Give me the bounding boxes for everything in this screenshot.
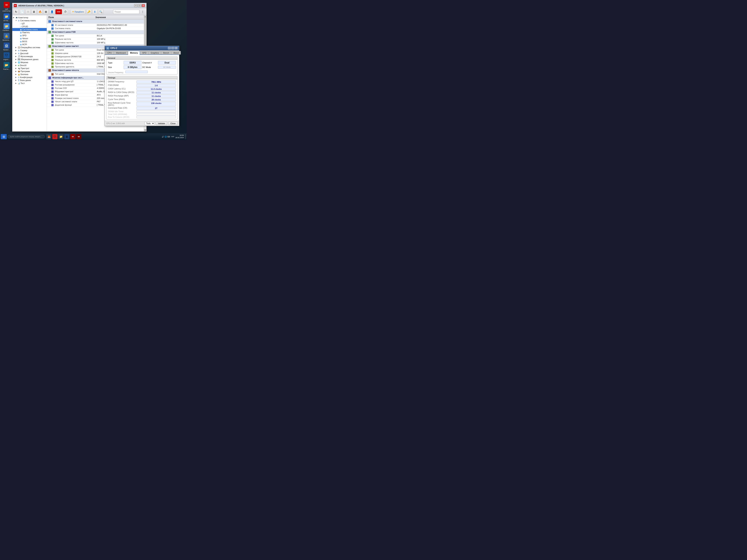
taskbar-app-antivirus[interactable]: 🛡 [52, 134, 57, 139]
tree-item-test[interactable]: ▶ 📊 Тест [12, 82, 47, 85]
section-icon-3 [48, 45, 51, 48]
tree-item-computer[interactable]: ▶ 💻 Комп'ютер [12, 16, 47, 19]
aida-maximize-btn[interactable]: □ [138, 4, 141, 7]
tree-item-network[interactable]: ▶ 🌐 Мережа [12, 61, 47, 64]
tab-graphics[interactable]: Graphics [149, 51, 161, 54]
toolbar-refresh-btn[interactable]: ↻ [14, 9, 19, 15]
taskbar-app-folder[interactable]: 📁 [58, 134, 63, 139]
taskbar-app-aida2[interactable]: 64 [76, 134, 81, 139]
tree-label-bios: BIOS [22, 40, 27, 43]
toolbar-search-btn[interactable]: 🔍 [98, 9, 103, 15]
search-input[interactable] [113, 10, 139, 14]
cpuz-tools-select[interactable]: Tools [145, 122, 155, 125]
directx-icon: ⊕ [18, 64, 19, 66]
desktop-icon-2[interactable]: 📁 IM-Ma... [1, 14, 12, 22]
tree-item-server[interactable]: ▶ 🖥 Сервер [12, 49, 47, 52]
start-button[interactable]: ⊞ [1, 134, 7, 139]
desktop-icon-7[interactable]: 📂 Patche... [1, 62, 12, 70]
aida-close-btn[interactable]: ✕ [141, 4, 145, 7]
aida-minimize-btn[interactable]: ─ [134, 4, 137, 7]
tree-item-directx[interactable]: ▶ ⊕ DirectX [12, 64, 47, 67]
tree-item-chipset[interactable]: ▦ Чіпсет [12, 37, 47, 40]
tab-cpu[interactable]: CPU [105, 51, 114, 54]
taskbar-app-aida[interactable]: 64 [70, 134, 75, 139]
tree-item-spd[interactable]: ▦ SPD [12, 34, 47, 37]
cpuz-titlebar: C CPU-Z ─ □ ✕ [105, 46, 179, 50]
toolbar-hex-btn[interactable]: ⬡ [25, 9, 31, 15]
cpuz-close-btn[interactable]: Close [168, 122, 178, 125]
desktop-icon-3[interactable]: 📁 Partition... [1, 23, 12, 31]
tree-item-os[interactable]: ▶ 🪟 Операційна система [12, 46, 47, 49]
tree-item-storage[interactable]: ▶ 💾 Збереження даних [12, 58, 47, 61]
tree-item-cpuid[interactable]: □ CPUID [12, 25, 47, 28]
tree-item-acpi[interactable]: ▦ ACPI [12, 43, 47, 46]
tab-memory[interactable]: Memory [128, 51, 140, 55]
taskbar-search-box[interactable]: Щоби знайти результат пошуку, введіть зд… [7, 135, 45, 138]
expand-icon-disp: ▶ [15, 52, 17, 54]
tree-item-multimedia[interactable]: ▶ 🎵 Мультимедіа [12, 55, 47, 58]
tree-label-network: Мережа [21, 61, 28, 63]
timing-label-6: Row Refresh Cycle Time (tRFC) [108, 102, 136, 106]
systemboard-icon: 🖥 [18, 20, 20, 22]
tree-item-bios[interactable]: ▦ BIOS [12, 40, 47, 43]
tree-item-config[interactable]: ▶ ⚙ Конфігурація [12, 76, 47, 79]
tree-label-config: Конфігурація [20, 76, 32, 78]
cpuz-timings-grid: DRAM Frequency 798.1 MHz FSB:DRAM 1:6 CA… [106, 79, 177, 119]
tree-item-database[interactable]: ▶ 🗄 База даних [12, 79, 47, 82]
scroll-up-btn[interactable]: ▲ [144, 15, 147, 18]
tree-label-server: Сервер [20, 49, 27, 52]
cpuz-maximize-btn[interactable]: □ [171, 47, 174, 50]
cpuz-general-title: General [106, 57, 177, 60]
desktop-icon-1[interactable]: 64 Цей комп'ютер [1, 2, 12, 12]
tree-item-devices[interactable]: ▶ 🔌 Пристрої [12, 67, 47, 70]
toolbar-key-btn[interactable]: 🔑 [86, 9, 92, 15]
row-field: Тип шини [51, 73, 97, 75]
row-icon [51, 27, 54, 30]
aida-tree: ▶ 💻 Комп'ютер ▼ 🖥 Системна плата □ ЦП □ [12, 15, 47, 131]
cpuz-win-controls: ─ □ ✕ [168, 47, 178, 50]
taskbar-locale: УКР [171, 136, 174, 138]
toolbar-fire-btn[interactable]: 🔥 [37, 9, 43, 15]
toolbar-user-btn[interactable]: 👤 [49, 9, 54, 15]
scroll-down-btn[interactable]: ▼ [144, 129, 147, 131]
cpuz-title: CPU-Z [110, 47, 117, 50]
tab-bench[interactable]: Bench [161, 51, 171, 54]
row-field: Реальна частота [51, 38, 97, 40]
tab-about[interactable]: About [171, 51, 181, 54]
tree-item-cpu[interactable]: □ ЦП [12, 22, 47, 25]
desktop-icon-img-4: 🔒 [4, 33, 9, 39]
desktop-icon-6[interactable]: 🛡 ovgors... [1, 52, 12, 60]
taskbar-clock: 18:09 18.02.2024 [175, 134, 184, 139]
cpuz-validate-btn[interactable]: Validate [156, 122, 167, 125]
tree-item-systemboard[interactable]: ▼ 🖥 Системна плата [12, 19, 47, 22]
display-icon: 🖥 [18, 52, 20, 54]
toolbar-osd-btn[interactable]: OSD [55, 9, 62, 15]
cpuz-general-section: General Type DDR3 Channel # Dual Size 8 … [106, 56, 178, 75]
toolbar-report-btn[interactable]: 📄 [20, 9, 25, 15]
tab-mainboard[interactable]: Mainboard [114, 51, 128, 54]
section-title-5: Фізична інформація про сист... [48, 77, 95, 79]
toolbar-grid-btn[interactable]: ⊞ [43, 9, 49, 15]
col-header-value: Значення [96, 16, 143, 19]
tab-spd[interactable]: SPD [140, 51, 149, 54]
row-value: Gigabyte GA-P67A-D3-B3 [97, 27, 143, 30]
cpuz-minimize-btn[interactable]: ─ [168, 47, 171, 50]
tree-item-security[interactable]: ▶ 🔒 Безпека [12, 73, 47, 76]
taskbar-app-monitor[interactable]: 🖥 [64, 134, 70, 139]
desktop-icon-4[interactable]: 🔒 Безпечн... [1, 33, 12, 41]
toolbar-star-btn[interactable]: ★ Придбати [70, 9, 85, 15]
cpuz-uncore-row: Uncore Frequency [106, 70, 177, 74]
toolbar-monitor-btn[interactable]: 🖥 [31, 9, 36, 15]
tree-item-systemplate[interactable]: ▦ Системна плата [12, 28, 47, 31]
cpuz-close-btn[interactable]: ✕ [175, 47, 178, 50]
taskbar-show-desktop[interactable] [185, 134, 186, 139]
desktop-icon-5[interactable]: 🏦 банкінг... [1, 43, 12, 51]
toolbar-clock-btn[interactable]: ⏱ [63, 9, 68, 15]
desktop-icons: 64 Цей комп'ютер 📁 IM-Ma... 📁 Partition.… [1, 2, 12, 70]
tree-item-programs[interactable]: ▶ 📦 Програми [12, 70, 47, 73]
toolbar-download-btn[interactable]: ⬇ [92, 9, 98, 15]
toolbar-more-btn[interactable]: ⋮ [140, 9, 145, 15]
taskbar-app-firefox[interactable]: 🦊 [46, 134, 52, 139]
tree-item-memory[interactable]: ▦ Пам'ять [12, 31, 47, 34]
tree-item-display[interactable]: ▶ 🖥 Дисплей [12, 52, 47, 55]
